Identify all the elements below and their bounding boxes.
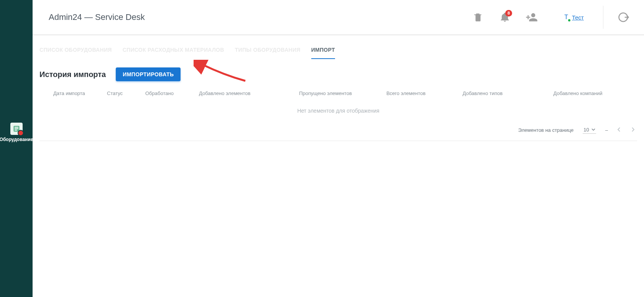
sidebar-item-equipment[interactable]: Оборудование [0,123,33,142]
empty-state: Нет элементов для отображения [39,102,637,123]
svg-rect-3 [15,130,17,131]
svg-rect-2 [15,128,18,129]
bell-icon[interactable]: 8 [495,8,514,27]
app-title: Admin24 — Service Desk [49,12,461,22]
table-header: Дата импорта Статус Обработано Добавлено… [39,90,637,102]
sidebar-item-label: Оборудование [0,137,33,142]
col-added-companies: Добавлено компаний [521,90,635,96]
tabs: СПИСОК ОБОРУДОВАНИЯ СПИСОК РАСХОДНЫХ МАТ… [33,35,644,59]
tab-import[interactable]: ИМПОРТ [311,42,335,59]
title-row: История импорта ИМПОРТИРОВАТЬ [39,67,637,81]
tab-equipment-list[interactable]: СПИСОК ОБОРУДОВАНИЯ [39,42,112,59]
tab-consumables-list[interactable]: СПИСОК РАСХОДНЫХ МАТЕРИАЛОВ [123,42,224,59]
page-subtitle: История импорта [39,70,106,79]
page-prev[interactable] [617,127,621,133]
chevron-down-icon [591,127,595,133]
page-range: – [605,127,608,133]
items-per-page-label: Элементов на странице [518,127,574,133]
page-size-value: 10 [583,127,589,133]
col-added-items: Добавлено элементов [199,90,283,96]
trash-icon[interactable] [468,8,488,27]
col-date: Дата импорта [42,90,107,96]
status-online-dot [568,19,570,21]
content: История импорта ИМПОРТИРОВАТЬ Дата импор… [33,59,644,141]
pagination: Элементов на странице 10 – [39,123,637,141]
user-name-link[interactable]: Тест [572,14,584,21]
main-area: Admin24 — Service Desk 8 Т Тест СПИСОК О… [33,0,644,297]
col-total: Всего элементов [368,90,444,96]
import-history-table: Дата импорта Статус Обработано Добавлено… [39,90,637,141]
col-skipped: Пропущено элементов [283,90,368,96]
equipment-icon [10,123,23,135]
col-added-types: Добавлено типов [444,90,521,96]
logout-icon[interactable] [614,8,633,27]
col-status: Статус [107,90,145,96]
user-avatar: Т [564,14,568,21]
user-block[interactable]: Т Тест [564,14,584,21]
left-sidebar: Оборудование [0,0,33,297]
header: Admin24 — Service Desk 8 Т Тест [33,0,644,35]
user-initial: Т [564,14,568,20]
add-user-icon[interactable] [522,8,541,27]
col-processed: Обработано [145,90,199,96]
import-button[interactable]: ИМПОРТИРОВАТЬ [116,67,181,81]
divider [603,6,603,29]
page-next[interactable] [631,127,635,133]
page-size-select[interactable]: 10 [583,126,596,134]
tab-equipment-types[interactable]: ТИПЫ ОБОРУДОВАНИЯ [235,42,301,59]
svg-rect-1 [15,127,18,128]
notification-badge: 8 [505,10,512,16]
